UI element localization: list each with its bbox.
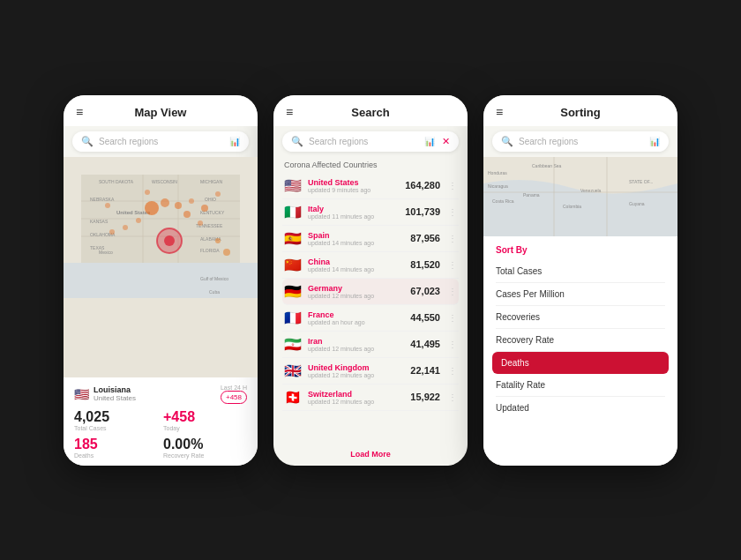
svg-point-34: [215, 238, 221, 243]
location-flag: 🇺🇸: [74, 387, 89, 401]
country-count: 44,550: [398, 312, 440, 323]
country-menu-icon[interactable]: ⋮: [448, 207, 457, 217]
total-cases-label: Total Cases: [74, 425, 158, 431]
country-menu-icon[interactable]: ⋮: [448, 392, 457, 402]
svg-text:NEBRASKA: NEBRASKA: [90, 197, 115, 202]
screen2-header: ≡ Search: [273, 95, 468, 126]
menu-icon-1[interactable]: ≡: [76, 105, 83, 119]
close-icon-2[interactable]: ✕: [442, 136, 450, 147]
svg-text:KANSAS: KANSAS: [90, 219, 109, 224]
country-menu-icon[interactable]: ⋮: [448, 340, 457, 349]
country-info: United States updated 9 minutes ago: [308, 178, 392, 193]
search-bar-3[interactable]: 🔍 Search regions 📊: [492, 131, 669, 152]
country-info: Italy updated 11 minutes ago: [308, 205, 392, 220]
total-cases-value: 4,025: [74, 409, 158, 425]
country-time: updated an hour ago: [308, 319, 392, 325]
country-menu-icon[interactable]: ⋮: [448, 260, 457, 270]
country-row[interactable]: 🇮🇹 Italy updated 11 minutes ago 101,739 …: [282, 199, 459, 226]
sort-option[interactable]: Cases Per Million: [496, 283, 665, 306]
sort-option[interactable]: Total Cases: [496, 260, 665, 283]
country-row[interactable]: 🇨🇳 China updated 14 minutes ago 81,520 ⋮: [282, 252, 459, 279]
screen3-header: ≡ Sorting: [483, 95, 677, 126]
svg-point-27: [136, 218, 141, 223]
country-menu-icon[interactable]: ⋮: [448, 313, 457, 323]
country-info: France updated an hour ago: [308, 310, 392, 325]
country-menu-icon[interactable]: ⋮: [448, 287, 457, 296]
country-row[interactable]: 🇺🇸 United States updated 9 minutes ago 1…: [282, 173, 459, 199]
country-row[interactable]: 🇮🇷 Iran updated 12 minutes ago 41,495 ⋮: [282, 332, 459, 358]
sort-by-label: Sort By: [496, 245, 665, 255]
screen-search: ≡ Search 🔍 Search regions 📊 ✕ Corona Aff…: [273, 95, 468, 466]
load-more-button[interactable]: Load More: [273, 443, 468, 466]
filter-icon-1[interactable]: 📊: [229, 137, 240, 146]
country-row[interactable]: 🇬🇧 United Kingdom updated 12 minutes ago…: [282, 358, 459, 385]
country-menu-icon[interactable]: ⋮: [448, 181, 457, 190]
info-flag-name: 🇺🇸 Louisiana United States: [74, 385, 136, 402]
svg-text:Colombia: Colombia: [563, 204, 581, 209]
country-flag: 🇨🇳: [284, 257, 302, 273]
country-row[interactable]: 🇪🇸 Spain updated 14 minutes ago 87,956 ⋮: [282, 226, 459, 252]
svg-text:Panama: Panama: [523, 192, 540, 198]
svg-text:Guyana: Guyana: [629, 201, 645, 206]
today-stat: +458 Today: [163, 409, 247, 431]
country-row[interactable]: 🇩🇪 Germany updated 12 minutes ago 67,023…: [282, 279, 459, 305]
country-time: updated 14 minutes ago: [308, 266, 392, 273]
country-name: China: [308, 258, 392, 266]
menu-icon-3[interactable]: ≡: [496, 105, 503, 119]
menu-icon-2[interactable]: ≡: [286, 105, 293, 119]
sort-option[interactable]: Deaths: [492, 352, 669, 374]
sort-option[interactable]: Recoveries: [496, 306, 665, 329]
country-menu-icon[interactable]: ⋮: [448, 366, 457, 376]
sort-options: Total CasesCases Per MillionRecoveriesRe…: [496, 260, 665, 419]
svg-text:MICHIGAN: MICHIGAN: [200, 179, 222, 184]
svg-text:TEXAS: TEXAS: [90, 245, 105, 250]
country-row[interactable]: 🇫🇷 France updated an hour ago 44,550 ⋮: [282, 305, 459, 332]
sort-option[interactable]: Fatality Rate: [496, 374, 665, 397]
deaths-label: Deaths: [74, 452, 158, 459]
screen-sorting: ≡ Sorting 🔍 Search regions 📊 Honduras Ca…: [483, 95, 677, 466]
country-info: Germany updated 12 minutes ago: [308, 284, 392, 299]
svg-text:WISCONSIN: WISCONSIN: [152, 179, 177, 184]
section-label: Corona Affected Countries: [273, 157, 468, 173]
info-panel-1: 🇺🇸 Louisiana United States Last 24 H +45…: [64, 377, 258, 466]
country-flag: 🇮🇹: [284, 204, 302, 220]
svg-text:SOUTH DAKOTA: SOUTH DAKOTA: [99, 179, 134, 184]
sort-option[interactable]: Updated: [496, 397, 665, 419]
screen2-title: Search: [351, 106, 389, 119]
recovery-label: Recovery Rate: [163, 452, 247, 459]
deaths-stat: 185 Deaths: [74, 437, 158, 459]
svg-point-30: [183, 211, 191, 218]
last24-label: Last 24 H: [221, 385, 247, 391]
sort-option[interactable]: Recovery Rate: [496, 329, 665, 352]
country-name: Switzerland: [308, 390, 392, 399]
total-cases-stat: 4,025 Total Cases: [74, 409, 158, 431]
country-count: 101,739: [398, 206, 440, 217]
country-count: 87,956: [398, 233, 440, 243]
filter-icon-2[interactable]: 📊: [424, 137, 435, 146]
country-menu-icon[interactable]: ⋮: [448, 234, 457, 243]
search-bar-2[interactable]: 🔍 Search regions 📊 ✕: [282, 131, 459, 152]
screen1-header: ≡ Map View: [64, 95, 258, 126]
svg-text:FLORIDA: FLORIDA: [200, 248, 220, 253]
search-placeholder-3: Search regions: [519, 137, 644, 146]
info-stats: 4,025 Total Cases +458 Today 185 Deaths …: [74, 409, 247, 459]
location-info: Louisiana United States: [94, 385, 136, 402]
svg-point-22: [145, 201, 159, 215]
country-name: Iran: [308, 337, 392, 346]
country-list: 🇺🇸 United States updated 9 minutes ago 1…: [273, 173, 468, 443]
country-time: updated 12 minutes ago: [308, 372, 392, 378]
location-country: United States: [94, 394, 136, 402]
country-time: updated 12 minutes ago: [308, 293, 392, 299]
country-name: Italy: [308, 205, 392, 213]
country-flag: 🇩🇪: [284, 283, 302, 300]
search-icon-1: 🔍: [81, 136, 94, 147]
svg-point-36: [105, 203, 110, 208]
filter-icon-3[interactable]: 📊: [649, 137, 660, 146]
screens-container: ≡ Map View 🔍 Search regions 📊: [64, 95, 677, 466]
country-flag: 🇪🇸: [284, 230, 302, 247]
search-bar-1[interactable]: 🔍 Search regions 📊: [72, 131, 249, 152]
country-row[interactable]: 🇨🇭 Switzerland updated 12 minutes ago 15…: [282, 385, 459, 411]
svg-point-29: [109, 229, 115, 235]
svg-text:Gulf of Mexico: Gulf of Mexico: [200, 276, 228, 281]
svg-point-31: [198, 220, 203, 226]
